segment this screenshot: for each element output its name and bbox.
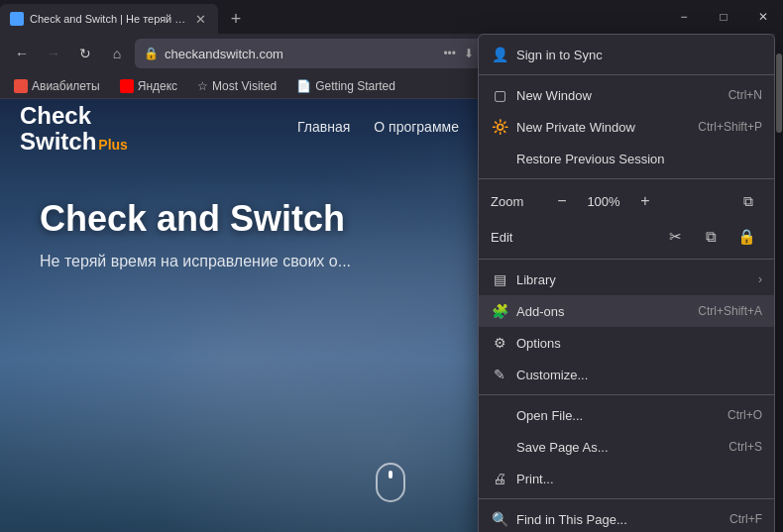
site-nav: Главная О программе (297, 119, 459, 135)
sign-in-icon: 👤 (491, 46, 508, 63)
menu-addons-shortcut: Ctrl+Shift+A (698, 304, 762, 318)
tab-bar: Check and Switch | Не теряй в... ✕ + − □… (0, 0, 783, 34)
zoom-expand-button[interactable]: ⧉ (734, 187, 762, 215)
menu-divider-2 (479, 178, 774, 179)
zoom-in-button[interactable]: + (631, 187, 659, 215)
menu-item-find[interactable]: 🔍 Find in This Page... Ctrl+F (479, 503, 774, 532)
menu-edit-section: Edit ✂ ⧉ 🔒 (479, 219, 774, 255)
menu-item-library[interactable]: ▤ Library › (479, 264, 774, 295)
bookmark-yandex[interactable]: Яндекс (114, 77, 183, 95)
bookmark-getting-started[interactable]: 📄 Getting Started (290, 77, 401, 95)
zoom-value: 100% (584, 194, 623, 209)
menu-options-label: Options (516, 336, 762, 351)
menu-sign-in-label: Sign in to Sync (516, 48, 762, 62)
close-button[interactable]: ✕ (743, 2, 783, 32)
home-button[interactable]: ⌂ (103, 40, 131, 67)
menu-customize-label: Customize... (516, 368, 762, 382)
menu-item-restore[interactable]: Restore Previous Session (479, 143, 774, 174)
window-controls: − □ ✕ (664, 4, 783, 34)
menu-item-customize[interactable]: ✎ Customize... (479, 359, 774, 390)
bookmark-favicon (14, 79, 28, 93)
menu-new-private-label: New Private Window (516, 120, 690, 135)
menu-open-file-shortcut: Ctrl+O (727, 408, 762, 422)
lock-icon: 🔒 (144, 47, 159, 60)
logo-plus: Plus (98, 138, 128, 153)
menu-item-addons[interactable]: 🧩 Add-ons Ctrl+Shift+A (479, 295, 774, 327)
zoom-out-button[interactable]: − (548, 187, 576, 215)
reload-button[interactable]: ↻ (71, 40, 99, 67)
logo-check: Check (20, 103, 91, 129)
menu-new-window-label: New Window (516, 88, 721, 103)
restore-icon (491, 150, 508, 167)
menu-item-options[interactable]: ⚙ Options (479, 327, 774, 359)
menu-divider-5 (479, 498, 774, 499)
bookmark-label: Авиабилеты (32, 79, 100, 93)
menu-new-window-shortcut: Ctrl+N (728, 88, 762, 102)
bookmark-aviabilety[interactable]: Авиабилеты (8, 77, 106, 95)
menu-find-label: Find in This Page... (516, 512, 722, 527)
bookmark-label: Most Visited (212, 79, 277, 93)
menu-zoom-section: Zoom − 100% + ⧉ (479, 183, 774, 219)
zoom-label: Zoom (491, 194, 540, 209)
scrollbar-thumb[interactable] (776, 53, 782, 133)
menu-item-new-private[interactable]: 🔆 New Private Window Ctrl+Shift+P (479, 111, 774, 143)
copy-button[interactable]: ⧉ (695, 223, 727, 251)
maximize-button[interactable]: □ (704, 2, 743, 32)
more-address-button[interactable]: ••• (441, 45, 458, 62)
menu-library-label: Library (516, 272, 750, 287)
scroll-arrow (376, 463, 405, 502)
menu-item-sign-in[interactable]: 👤 Sign in to Sync (479, 39, 774, 70)
menu-item-new-window[interactable]: ▢ New Window Ctrl+N (479, 79, 774, 111)
private-window-icon: 🔆 (491, 118, 508, 136)
bookmark-most-visited[interactable]: ☆ Most Visited (191, 77, 282, 95)
menu-new-private-shortcut: Ctrl+Shift+P (698, 120, 762, 134)
bookmark-star-icon: ☆ (197, 79, 208, 93)
tab-title: Check and Switch | Не теряй в... (30, 13, 187, 25)
find-icon: 🔍 (491, 510, 508, 528)
menu-divider-1 (479, 74, 774, 75)
menu-find-shortcut: Ctrl+F (729, 512, 762, 526)
menu-item-print[interactable]: 🖨 Print... (479, 463, 774, 494)
library-arrow: › (758, 272, 762, 286)
back-button[interactable]: ← (8, 40, 36, 67)
cut-button[interactable]: ✂ (659, 223, 691, 251)
forward-button[interactable]: → (40, 40, 67, 67)
save-icon (491, 438, 508, 456)
tab-close-button[interactable]: ✕ (193, 12, 208, 27)
library-icon: ▤ (491, 270, 508, 288)
print-icon: 🖨 (491, 470, 508, 487)
nav-home[interactable]: Главная (297, 119, 350, 135)
menu-print-label: Print... (516, 472, 762, 486)
new-tab-button[interactable]: + (222, 5, 250, 33)
bookmark-label: Яндекс (138, 79, 177, 93)
scroll-dot (389, 471, 392, 479)
menu-divider-3 (479, 259, 774, 260)
edit-label: Edit (491, 230, 540, 245)
menu-save-page-shortcut: Ctrl+S (728, 440, 762, 454)
menu-save-page-label: Save Page As... (516, 440, 721, 455)
customize-icon: ✎ (491, 366, 508, 383)
menu-restore-label: Restore Previous Session (516, 152, 762, 166)
address-text: checkandswitch.com (165, 47, 435, 61)
pocket-button[interactable]: ⬇ (462, 45, 476, 62)
active-tab[interactable]: Check and Switch | Не теряй в... ✕ (0, 4, 218, 34)
menu-divider-4 (479, 394, 774, 395)
tab-favicon (10, 12, 24, 26)
addons-icon: 🧩 (491, 302, 508, 320)
options-icon: ⚙ (491, 334, 508, 352)
nav-about[interactable]: О программе (374, 119, 459, 135)
bookmark-favicon (120, 79, 134, 93)
address-bar[interactable]: 🔒 checkandswitch.com ••• ⬇ ☆ (135, 39, 503, 68)
menu-item-save-page[interactable]: Save Page As... Ctrl+S (479, 431, 774, 463)
menu-open-file-label: Open File... (516, 408, 720, 423)
minimize-button[interactable]: − (664, 2, 704, 32)
browser-menu-dropdown: 👤 Sign in to Sync ▢ New Window Ctrl+N 🔆 … (478, 34, 775, 532)
paste-button[interactable]: 🔒 (730, 223, 762, 251)
menu-addons-label: Add-ons (516, 304, 690, 319)
logo-switch: Switch (20, 129, 96, 155)
edit-actions: ✂ ⧉ 🔒 (659, 223, 762, 251)
site-logo: Check Switch Plus (20, 103, 128, 156)
new-window-icon: ▢ (491, 86, 508, 104)
scrollbar[interactable] (775, 34, 783, 532)
menu-item-open-file[interactable]: Open File... Ctrl+O (479, 399, 774, 431)
